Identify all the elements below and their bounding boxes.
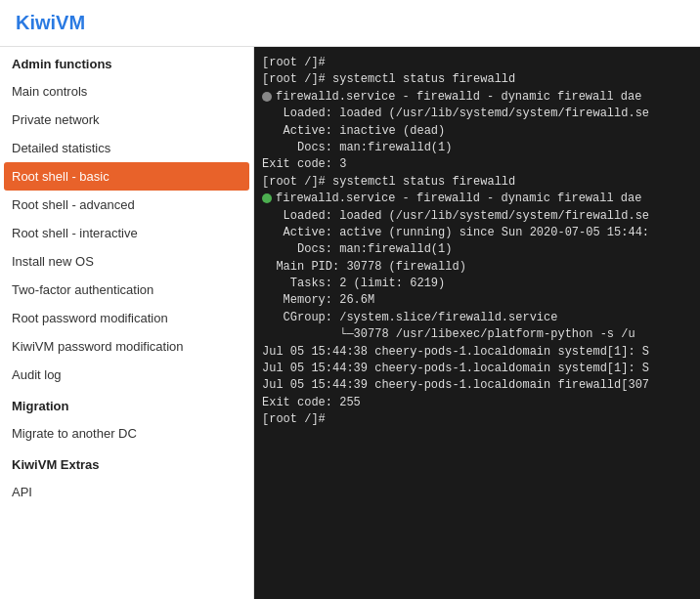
sidebar-item-api[interactable]: API — [0, 478, 253, 506]
terminal-line: └─30778 /usr/libexec/platform-python -s … — [262, 326, 692, 343]
header: KiwiVM — [0, 0, 700, 47]
status-dot-icon — [262, 193, 272, 203]
sidebar-section-label: Migration — [0, 389, 253, 419]
terminal-line: Jul 05 15:44:39 cheery-pods-1.localdomai… — [262, 377, 692, 394]
terminal-line: [root /]# systemctl status firewalld — [262, 174, 692, 191]
sidebar-item-migrate-to-another-dc[interactable]: Migrate to another DC — [0, 419, 253, 448]
sidebar-section-label: KiwiVM Extras — [0, 448, 253, 478]
terminal-line: Jul 05 15:44:39 cheery-pods-1.localdomai… — [262, 361, 692, 377]
sidebar-item-kiwivm-password-modification[interactable]: KiwiVM password modification — [0, 332, 253, 361]
terminal-line: Memory: 26.6M — [262, 292, 692, 309]
terminal-line: Active: active (running) since Sun 2020-… — [262, 225, 692, 241]
sidebar-item-root-shell-interactive[interactable]: Root shell - interactive — [0, 219, 253, 247]
terminal-line: Docs: man:firewalld(1) — [262, 140, 692, 156]
terminal-area[interactable]: [root /]#[root /]# systemctl status fire… — [254, 47, 700, 599]
app-title: KiwiVM — [16, 12, 85, 33]
terminal-line: [root /]# — [262, 55, 692, 71]
terminal-line: Exit code: 3 — [262, 156, 692, 173]
terminal-line: [root /]# systemctl status firewalld — [262, 71, 692, 88]
sidebar-item-root-shell-advanced[interactable]: Root shell - advanced — [0, 191, 253, 219]
sidebar-item-install-new-os[interactable]: Install new OS — [0, 247, 253, 276]
sidebar-item-root-password-modification[interactable]: Root password modification — [0, 304, 253, 332]
sidebar-section-label: Admin functions — [0, 47, 253, 77]
sidebar-item-audit-log[interactable]: Audit log — [0, 361, 253, 389]
terminal-line: CGroup: /system.slice/firewalld.service — [262, 310, 692, 326]
sidebar-item-main-controls[interactable]: Main controls — [0, 77, 253, 106]
terminal-line: firewalld.service - firewalld - dynamic … — [262, 191, 692, 207]
terminal-line: firewalld.service - firewalld - dynamic … — [262, 89, 692, 106]
sidebar-item-private-network[interactable]: Private network — [0, 106, 253, 134]
main-layout: Admin functionsMain controlsPrivate netw… — [0, 47, 700, 599]
sidebar-item-root-shell-basic[interactable]: Root shell - basic — [4, 162, 249, 191]
terminal-line: Jul 05 15:44:38 cheery-pods-1.localdomai… — [262, 344, 692, 361]
sidebar-item-detailed-statistics[interactable]: Detailed statistics — [0, 134, 253, 162]
terminal-line: Main PID: 30778 (firewalld) — [262, 259, 692, 276]
terminal-line: Loaded: loaded (/usr/lib/systemd/system/… — [262, 106, 692, 122]
sidebar: Admin functionsMain controlsPrivate netw… — [0, 47, 254, 599]
status-dot-icon — [262, 92, 272, 102]
terminal-line: Exit code: 255 — [262, 395, 692, 411]
terminal-line: Docs: man:firewalld(1) — [262, 241, 692, 258]
terminal-line: [root /]# — [262, 411, 692, 428]
terminal-line: Active: inactive (dead) — [262, 123, 692, 140]
terminal-line: Tasks: 2 (limit: 6219) — [262, 276, 692, 292]
terminal-line: Loaded: loaded (/usr/lib/systemd/system/… — [262, 208, 692, 225]
sidebar-item-two-factor-authentication[interactable]: Two-factor authentication — [0, 276, 253, 304]
